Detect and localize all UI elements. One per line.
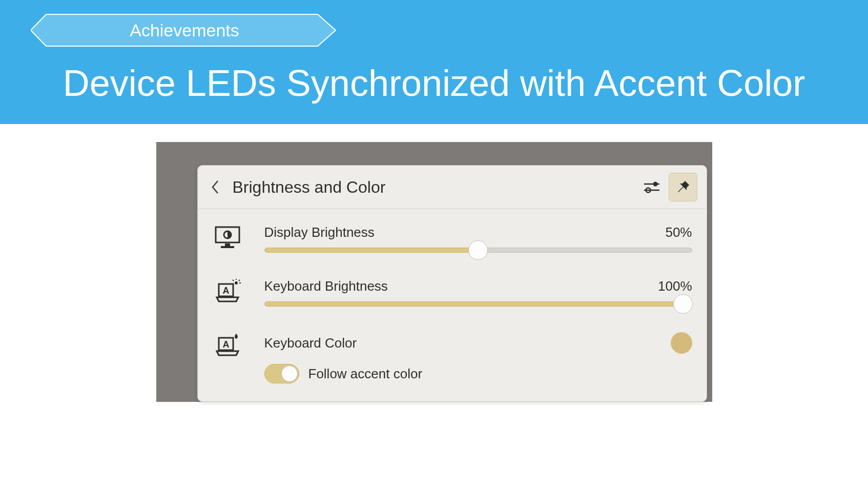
follow-accent-label: Follow accent color	[308, 366, 423, 382]
svg-text:A: A	[222, 339, 229, 350]
brightness-color-popup: Brightness and Color	[197, 165, 707, 402]
keyboard-color-swatch[interactable]	[671, 332, 692, 354]
follow-accent-row: Follow accent color	[264, 364, 692, 383]
popup-header: Brightness and Color	[198, 166, 707, 209]
slider-thumb[interactable]	[673, 294, 693, 314]
keyboard-brightness-slider[interactable]	[264, 301, 692, 307]
svg-point-11	[235, 281, 238, 284]
page-title: Device LEDs Synchronized with Accent Col…	[31, 60, 837, 106]
display-brightness-value: 50%	[665, 225, 692, 240]
display-brightness-slider[interactable]	[264, 248, 692, 253]
pin-button[interactable]	[669, 173, 697, 201]
slider-fill	[265, 301, 692, 307]
sliders-icon	[643, 180, 660, 194]
keyboard-brightness-value: 100%	[658, 278, 692, 294]
keyboard-label-row: Keyboard Brightness 100%	[264, 278, 692, 294]
display-brightness-content: Display Brightness 50%	[264, 225, 692, 253]
popup-title: Brightness and Color	[233, 178, 641, 197]
content-area: Brightness and Color	[0, 124, 868, 402]
back-button[interactable]	[207, 179, 223, 195]
svg-line-13	[239, 280, 240, 281]
display-brightness-label: Display Brightness	[264, 225, 666, 240]
monitor-brightness-icon	[212, 225, 243, 250]
keyboard-brightness-content: Keyboard Brightness 100%	[264, 278, 692, 307]
svg-rect-8	[221, 246, 234, 248]
keyboard-color-label-row: Keyboard Color	[264, 332, 692, 354]
keyboard-brightness-row: A Keyboard Brightness 100%	[212, 278, 692, 307]
svg-rect-7	[225, 243, 230, 246]
ribbon-label: Achievements	[130, 21, 239, 40]
header-actions	[641, 173, 697, 201]
popup-body: Display Brightness 50% A	[198, 209, 707, 401]
follow-accent-toggle[interactable]	[264, 364, 299, 383]
svg-line-15	[233, 280, 234, 281]
keyboard-color-icon: A	[212, 332, 243, 358]
keyboard-brightness-label: Keyboard Brightness	[264, 278, 658, 294]
keyboard-brightness-icon: A	[212, 278, 243, 304]
screenshot-frame: Brightness and Color	[156, 142, 712, 402]
slider-thumb[interactable]	[468, 240, 488, 260]
keyboard-color-label: Keyboard Color	[264, 335, 671, 351]
pin-icon	[675, 179, 691, 195]
display-label-row: Display Brightness 50%	[264, 225, 692, 240]
toggle-thumb	[281, 365, 298, 382]
display-brightness-row: Display Brightness 50%	[212, 225, 692, 253]
header-banner: Achievements Device LEDs Synchronized wi…	[0, 0, 868, 124]
settings-button[interactable]	[641, 176, 663, 198]
svg-point-2	[653, 182, 657, 187]
slider-fill	[265, 248, 479, 253]
chevron-left-icon	[210, 179, 220, 195]
achievements-ribbon: Achievements	[31, 13, 338, 48]
keyboard-color-content: Keyboard Color Follow accent color	[264, 332, 692, 383]
svg-text:A: A	[222, 286, 229, 296]
keyboard-color-row: A Keyboard Color	[212, 332, 692, 383]
